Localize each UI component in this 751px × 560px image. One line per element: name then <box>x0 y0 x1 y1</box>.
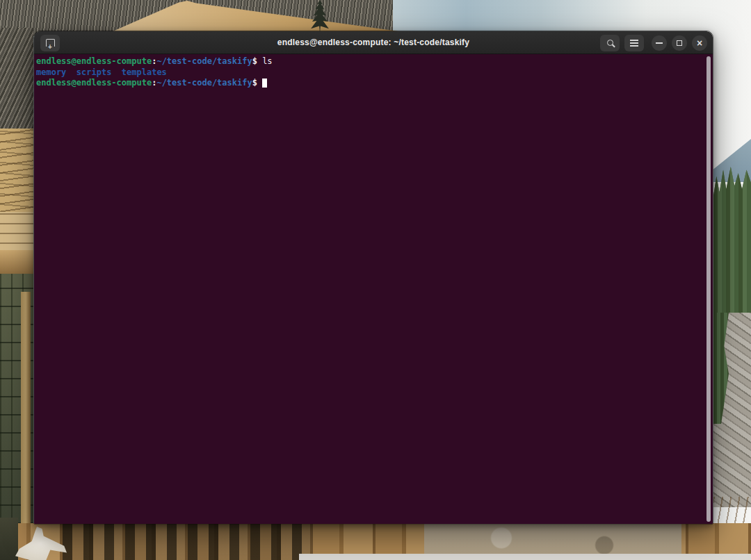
terminal-window: endless@endless-compute: ~/test-code/tas… <box>33 31 713 525</box>
window-title: endless@endless-compute: ~/test-code/tas… <box>277 38 469 47</box>
prompt-path: ~/test-code/taskify <box>156 78 252 88</box>
new-tab-icon <box>46 39 55 47</box>
search-button[interactable] <box>600 35 620 51</box>
bush <box>0 518 18 560</box>
minimize-button[interactable] <box>652 35 667 51</box>
prompt-symbol: $ <box>252 78 257 88</box>
prompt-symbol: $ <box>252 56 257 66</box>
floor-shadow <box>63 523 313 560</box>
wood-post <box>21 292 31 524</box>
floor-light-edge <box>299 554 751 560</box>
minimize-icon <box>656 42 663 44</box>
terminal-line-output: memoryscriptstemplates <box>36 67 703 79</box>
close-button[interactable]: × <box>692 35 707 51</box>
wood-planks-left <box>0 212 33 254</box>
terminal-line-prompt-1: endless@endless-compute:~/test-code/task… <box>36 56 703 67</box>
prompt-path: ~/test-code/taskify <box>156 56 252 66</box>
hamburger-menu-icon <box>630 42 638 44</box>
maximize-icon <box>677 40 682 46</box>
terminal-content[interactable]: endless@endless-compute:~/test-code/task… <box>34 54 713 524</box>
new-tab-button[interactable] <box>40 35 60 51</box>
close-icon: × <box>697 38 702 48</box>
directory-name: scripts <box>76 67 112 77</box>
typed-command: ls <box>262 56 272 66</box>
wood-beam <box>0 250 33 275</box>
shingle-pile <box>0 129 33 215</box>
conifer-forest <box>713 167 751 327</box>
directory-name: memory <box>36 67 66 77</box>
twig-thatch-left <box>0 28 33 132</box>
prompt-user: endless@endless-compute <box>36 78 152 88</box>
search-icon <box>607 40 613 46</box>
terminal-line-prompt-2: endless@endless-compute:~/test-code/task… <box>36 78 703 89</box>
prompt-user: endless@endless-compute <box>36 56 152 66</box>
titlebar[interactable]: endless@endless-compute: ~/test-code/tas… <box>34 31 713 54</box>
menu-button[interactable] <box>624 35 644 51</box>
directory-name: templates <box>122 67 167 77</box>
terminal-cursor <box>262 79 267 88</box>
maximize-button[interactable] <box>672 35 687 51</box>
terminal-scrollbar[interactable] <box>706 56 711 522</box>
